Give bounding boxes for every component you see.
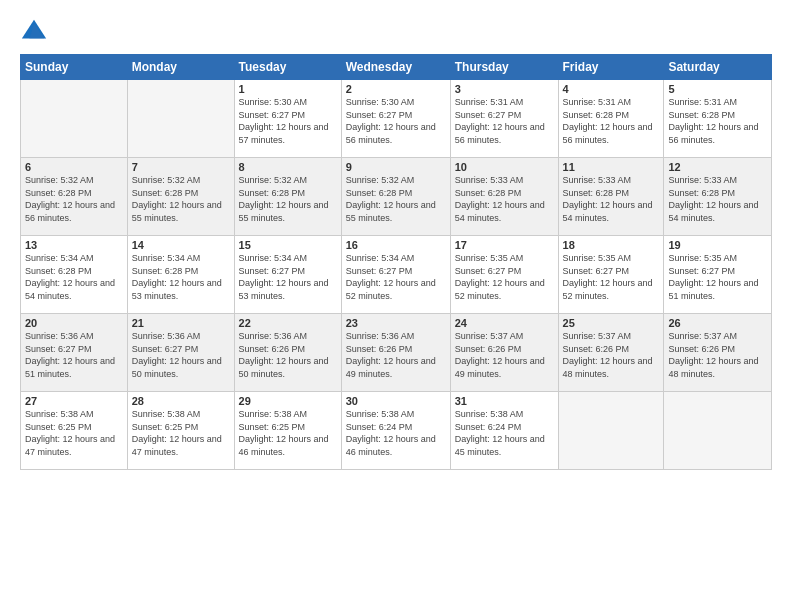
day-number: 28 bbox=[132, 395, 230, 407]
day-info: Sunrise: 5:38 AMSunset: 6:25 PMDaylight:… bbox=[239, 408, 337, 458]
calendar-table: SundayMondayTuesdayWednesdayThursdayFrid… bbox=[20, 54, 772, 470]
day-info: Sunrise: 5:32 AMSunset: 6:28 PMDaylight:… bbox=[25, 174, 123, 224]
day-number: 29 bbox=[239, 395, 337, 407]
day-info: Sunrise: 5:38 AMSunset: 6:24 PMDaylight:… bbox=[455, 408, 554, 458]
day-info: Sunrise: 5:32 AMSunset: 6:28 PMDaylight:… bbox=[132, 174, 230, 224]
calendar-cell: 1Sunrise: 5:30 AMSunset: 6:27 PMDaylight… bbox=[234, 80, 341, 158]
day-number: 8 bbox=[239, 161, 337, 173]
calendar-cell: 21Sunrise: 5:36 AMSunset: 6:27 PMDayligh… bbox=[127, 314, 234, 392]
page: SundayMondayTuesdayWednesdayThursdayFrid… bbox=[0, 0, 792, 612]
day-info: Sunrise: 5:37 AMSunset: 6:26 PMDaylight:… bbox=[455, 330, 554, 380]
day-number: 20 bbox=[25, 317, 123, 329]
day-info: Sunrise: 5:33 AMSunset: 6:28 PMDaylight:… bbox=[563, 174, 660, 224]
calendar-week-row: 20Sunrise: 5:36 AMSunset: 6:27 PMDayligh… bbox=[21, 314, 772, 392]
day-number: 27 bbox=[25, 395, 123, 407]
day-number: 2 bbox=[346, 83, 446, 95]
day-info: Sunrise: 5:36 AMSunset: 6:27 PMDaylight:… bbox=[25, 330, 123, 380]
day-info: Sunrise: 5:38 AMSunset: 6:24 PMDaylight:… bbox=[346, 408, 446, 458]
calendar-cell: 22Sunrise: 5:36 AMSunset: 6:26 PMDayligh… bbox=[234, 314, 341, 392]
calendar-cell: 16Sunrise: 5:34 AMSunset: 6:27 PMDayligh… bbox=[341, 236, 450, 314]
day-number: 23 bbox=[346, 317, 446, 329]
day-info: Sunrise: 5:31 AMSunset: 6:27 PMDaylight:… bbox=[455, 96, 554, 146]
day-info: Sunrise: 5:32 AMSunset: 6:28 PMDaylight:… bbox=[239, 174, 337, 224]
day-number: 26 bbox=[668, 317, 767, 329]
logo bbox=[20, 16, 52, 44]
calendar-cell: 25Sunrise: 5:37 AMSunset: 6:26 PMDayligh… bbox=[558, 314, 664, 392]
calendar-cell: 31Sunrise: 5:38 AMSunset: 6:24 PMDayligh… bbox=[450, 392, 558, 470]
calendar-cell: 30Sunrise: 5:38 AMSunset: 6:24 PMDayligh… bbox=[341, 392, 450, 470]
calendar-cell: 17Sunrise: 5:35 AMSunset: 6:27 PMDayligh… bbox=[450, 236, 558, 314]
day-info: Sunrise: 5:31 AMSunset: 6:28 PMDaylight:… bbox=[668, 96, 767, 146]
day-number: 15 bbox=[239, 239, 337, 251]
day-info: Sunrise: 5:36 AMSunset: 6:26 PMDaylight:… bbox=[239, 330, 337, 380]
day-number: 1 bbox=[239, 83, 337, 95]
calendar-cell bbox=[664, 392, 772, 470]
day-number: 14 bbox=[132, 239, 230, 251]
day-info: Sunrise: 5:30 AMSunset: 6:27 PMDaylight:… bbox=[239, 96, 337, 146]
day-info: Sunrise: 5:38 AMSunset: 6:25 PMDaylight:… bbox=[25, 408, 123, 458]
day-number: 30 bbox=[346, 395, 446, 407]
calendar-cell: 28Sunrise: 5:38 AMSunset: 6:25 PMDayligh… bbox=[127, 392, 234, 470]
calendar-cell: 18Sunrise: 5:35 AMSunset: 6:27 PMDayligh… bbox=[558, 236, 664, 314]
day-number: 19 bbox=[668, 239, 767, 251]
day-info: Sunrise: 5:35 AMSunset: 6:27 PMDaylight:… bbox=[563, 252, 660, 302]
calendar-week-row: 1Sunrise: 5:30 AMSunset: 6:27 PMDaylight… bbox=[21, 80, 772, 158]
day-info: Sunrise: 5:37 AMSunset: 6:26 PMDaylight:… bbox=[563, 330, 660, 380]
day-header: Sunday bbox=[21, 55, 128, 80]
day-header: Thursday bbox=[450, 55, 558, 80]
calendar-cell: 8Sunrise: 5:32 AMSunset: 6:28 PMDaylight… bbox=[234, 158, 341, 236]
day-info: Sunrise: 5:35 AMSunset: 6:27 PMDaylight:… bbox=[668, 252, 767, 302]
calendar-cell: 2Sunrise: 5:30 AMSunset: 6:27 PMDaylight… bbox=[341, 80, 450, 158]
day-number: 4 bbox=[563, 83, 660, 95]
calendar-cell: 3Sunrise: 5:31 AMSunset: 6:27 PMDaylight… bbox=[450, 80, 558, 158]
day-number: 12 bbox=[668, 161, 767, 173]
calendar-cell: 26Sunrise: 5:37 AMSunset: 6:26 PMDayligh… bbox=[664, 314, 772, 392]
day-info: Sunrise: 5:37 AMSunset: 6:26 PMDaylight:… bbox=[668, 330, 767, 380]
calendar-cell: 19Sunrise: 5:35 AMSunset: 6:27 PMDayligh… bbox=[664, 236, 772, 314]
calendar-cell: 9Sunrise: 5:32 AMSunset: 6:28 PMDaylight… bbox=[341, 158, 450, 236]
day-number: 25 bbox=[563, 317, 660, 329]
day-info: Sunrise: 5:34 AMSunset: 6:27 PMDaylight:… bbox=[239, 252, 337, 302]
day-info: Sunrise: 5:33 AMSunset: 6:28 PMDaylight:… bbox=[455, 174, 554, 224]
logo-icon bbox=[20, 16, 48, 44]
day-info: Sunrise: 5:31 AMSunset: 6:28 PMDaylight:… bbox=[563, 96, 660, 146]
calendar-cell bbox=[127, 80, 234, 158]
calendar-cell: 4Sunrise: 5:31 AMSunset: 6:28 PMDaylight… bbox=[558, 80, 664, 158]
day-info: Sunrise: 5:36 AMSunset: 6:26 PMDaylight:… bbox=[346, 330, 446, 380]
day-number: 17 bbox=[455, 239, 554, 251]
day-header: Monday bbox=[127, 55, 234, 80]
day-number: 13 bbox=[25, 239, 123, 251]
calendar-cell: 24Sunrise: 5:37 AMSunset: 6:26 PMDayligh… bbox=[450, 314, 558, 392]
day-info: Sunrise: 5:32 AMSunset: 6:28 PMDaylight:… bbox=[346, 174, 446, 224]
day-info: Sunrise: 5:34 AMSunset: 6:27 PMDaylight:… bbox=[346, 252, 446, 302]
calendar-cell bbox=[558, 392, 664, 470]
day-number: 10 bbox=[455, 161, 554, 173]
calendar-cell: 20Sunrise: 5:36 AMSunset: 6:27 PMDayligh… bbox=[21, 314, 128, 392]
day-info: Sunrise: 5:36 AMSunset: 6:27 PMDaylight:… bbox=[132, 330, 230, 380]
day-number: 16 bbox=[346, 239, 446, 251]
calendar-cell: 6Sunrise: 5:32 AMSunset: 6:28 PMDaylight… bbox=[21, 158, 128, 236]
calendar-week-row: 27Sunrise: 5:38 AMSunset: 6:25 PMDayligh… bbox=[21, 392, 772, 470]
day-header: Friday bbox=[558, 55, 664, 80]
calendar-week-row: 13Sunrise: 5:34 AMSunset: 6:28 PMDayligh… bbox=[21, 236, 772, 314]
day-number: 18 bbox=[563, 239, 660, 251]
header bbox=[20, 16, 772, 44]
calendar-header-row: SundayMondayTuesdayWednesdayThursdayFrid… bbox=[21, 55, 772, 80]
calendar-cell: 5Sunrise: 5:31 AMSunset: 6:28 PMDaylight… bbox=[664, 80, 772, 158]
day-info: Sunrise: 5:38 AMSunset: 6:25 PMDaylight:… bbox=[132, 408, 230, 458]
day-info: Sunrise: 5:35 AMSunset: 6:27 PMDaylight:… bbox=[455, 252, 554, 302]
day-info: Sunrise: 5:30 AMSunset: 6:27 PMDaylight:… bbox=[346, 96, 446, 146]
day-number: 9 bbox=[346, 161, 446, 173]
day-number: 22 bbox=[239, 317, 337, 329]
day-number: 3 bbox=[455, 83, 554, 95]
calendar-week-row: 6Sunrise: 5:32 AMSunset: 6:28 PMDaylight… bbox=[21, 158, 772, 236]
calendar-cell: 29Sunrise: 5:38 AMSunset: 6:25 PMDayligh… bbox=[234, 392, 341, 470]
calendar-cell: 14Sunrise: 5:34 AMSunset: 6:28 PMDayligh… bbox=[127, 236, 234, 314]
calendar-cell: 11Sunrise: 5:33 AMSunset: 6:28 PMDayligh… bbox=[558, 158, 664, 236]
day-header: Saturday bbox=[664, 55, 772, 80]
day-info: Sunrise: 5:34 AMSunset: 6:28 PMDaylight:… bbox=[132, 252, 230, 302]
day-number: 24 bbox=[455, 317, 554, 329]
calendar-cell: 10Sunrise: 5:33 AMSunset: 6:28 PMDayligh… bbox=[450, 158, 558, 236]
day-number: 5 bbox=[668, 83, 767, 95]
day-info: Sunrise: 5:33 AMSunset: 6:28 PMDaylight:… bbox=[668, 174, 767, 224]
